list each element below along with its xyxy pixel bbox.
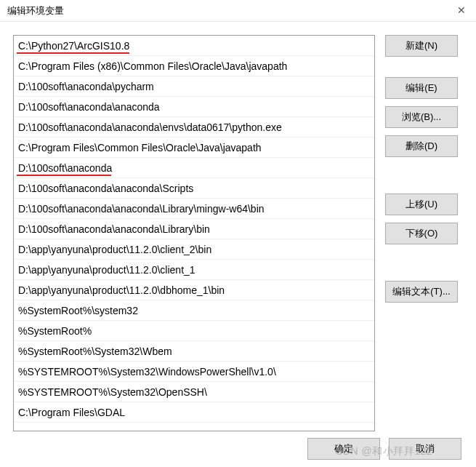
- ok-button[interactable]: 确定: [307, 438, 380, 460]
- list-item[interactable]: D:\100soft\anaconda\anaconda: [14, 97, 374, 117]
- list-item[interactable]: D:\100soft\anaconda\anaconda\Scripts: [14, 178, 374, 199]
- titlebar: 编辑环境变量 ✕: [0, 0, 476, 22]
- list-item[interactable]: D:\100soft\anaconda\pycharm: [14, 76, 374, 97]
- dialog-footer: 确定 取消: [307, 438, 461, 460]
- list-item[interactable]: D:\100soft\anaconda\anaconda\Library\bin: [14, 219, 374, 239]
- list-item[interactable]: %SystemRoot%\System32\Wbem: [14, 341, 374, 362]
- browse-button[interactable]: 浏览(B)...: [385, 106, 458, 128]
- move-up-button[interactable]: 上移(U): [385, 193, 458, 215]
- button-column: 新建(N) 编辑(E) 浏览(B)... 删除(D) 上移(U) 下移(O) 编…: [385, 35, 458, 431]
- path-listbox[interactable]: C:\Python27\ArcGIS10.8C:\Program Files (…: [13, 35, 375, 431]
- content-area: C:\Python27\ArcGIS10.8C:\Program Files (…: [0, 22, 476, 439]
- cancel-button[interactable]: 取消: [389, 438, 461, 460]
- edit-text-button[interactable]: 编辑文本(T)...: [385, 281, 458, 303]
- list-item[interactable]: %SYSTEMROOT%\System32\OpenSSH\: [14, 382, 374, 402]
- list-item[interactable]: D:\app\yanyuna\product\11.2.0\client_1: [14, 260, 374, 280]
- new-button[interactable]: 新建(N): [385, 35, 458, 57]
- edit-button[interactable]: 编辑(E): [385, 77, 458, 99]
- list-item[interactable]: D:\app\yanyuna\product\11.2.0\client_2\b…: [14, 239, 374, 260]
- list-item[interactable]: D:\app\yanyuna\product\11.2.0\dbhome_1\b…: [14, 280, 374, 300]
- list-item[interactable]: D:\100soft\anaconda: [14, 158, 374, 178]
- list-item[interactable]: C:\Program Files\Common Files\Oracle\Jav…: [14, 137, 374, 158]
- list-item[interactable]: %SystemRoot%: [14, 321, 374, 341]
- delete-button[interactable]: 删除(D): [385, 135, 458, 157]
- list-item[interactable]: D:\100soft\anaconda\anaconda\envs\data06…: [14, 117, 374, 137]
- move-down-button[interactable]: 下移(O): [385, 223, 458, 244]
- close-button[interactable]: ✕: [453, 3, 470, 17]
- close-icon: ✕: [457, 4, 466, 16]
- list-item[interactable]: C:\Program Files\GDAL: [14, 402, 374, 423]
- list-item[interactable]: D:\100soft\anaconda\anaconda\Library\min…: [14, 199, 374, 219]
- list-item[interactable]: %SystemRoot%\system32: [14, 300, 374, 321]
- list-item[interactable]: C:\Python27\ArcGIS10.8: [14, 36, 374, 56]
- list-item[interactable]: C:\Program Files (x86)\Common Files\Orac…: [14, 56, 374, 76]
- list-item[interactable]: %SYSTEMROOT%\System32\WindowsPowerShell\…: [14, 362, 374, 382]
- window-title: 编辑环境变量: [7, 4, 64, 17]
